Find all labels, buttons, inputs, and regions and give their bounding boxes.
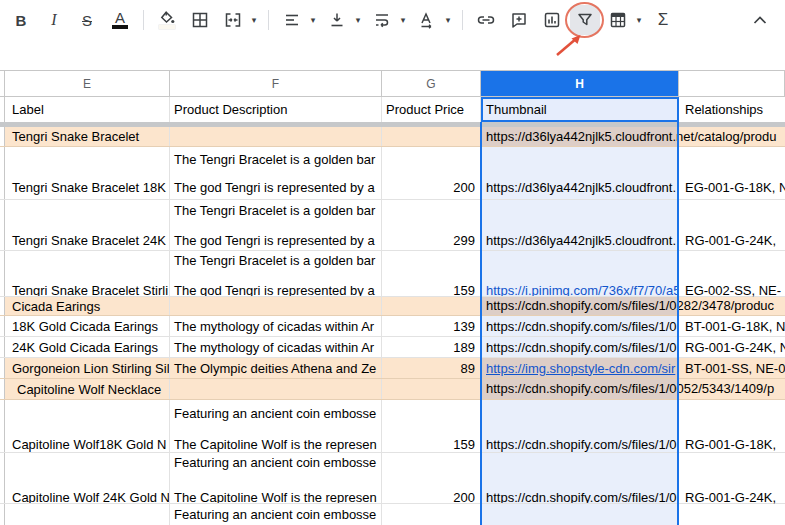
thumbnail-url: https://d36lya442njlk5.cloudfront. [486,234,676,248]
text-wrap-icon[interactable] [367,5,397,35]
cell-relationships-row11[interactable]: RG-001-G-18K, [679,400,785,452]
strikethrough-icon[interactable]: S [72,5,102,35]
cell-relationships-row3[interactable]: EG-001-G-18K, N [679,147,785,199]
table-caret-icon[interactable]: ▾ [633,15,645,25]
insert-chart-icon[interactable] [537,5,567,35]
cell-label-row12[interactable]: Capitoline Wolf 24K Gold N [5,453,170,503]
cell-label-header[interactable]: Label [5,97,170,122]
cell-price-row6[interactable] [382,297,481,315]
cell-relationships-row9[interactable]: BT-001-SS, NE-0 [679,358,785,378]
cell-description-row9[interactable]: The Olympic deities Athena and Ze [170,358,382,378]
cell-price-row2[interactable] [382,127,481,146]
cell-thumbnail-row9[interactable]: https://img.shopstyle-cdn.com/sir [481,358,679,378]
cell-label-row6[interactable]: Cicada Earings [5,297,170,315]
cell-relationships-row5[interactable]: EG-002-SS, NE- [679,251,785,296]
merge-cells-icon[interactable] [218,5,248,35]
column-header-H[interactable]: H [481,71,679,96]
cell-description-row11[interactable]: Featuring an ancient coin embosseThe Cap… [170,400,382,452]
cell-thumbnail-row10[interactable]: https://cdn.shopify.com/s/files/1/0052/5… [481,379,679,399]
text-rotation-icon[interactable] [412,5,442,35]
vertical-align-caret-icon[interactable]: ▾ [352,15,364,25]
cell-relationships-row8[interactable]: RG-001-G-24K, N [679,337,785,357]
cell-label-row13[interactable] [5,504,170,525]
cell-price-row8[interactable]: 189 [382,337,481,357]
cell-description-row4[interactable]: The Tengri Bracelet is a golden barThe g… [170,200,382,250]
text-rotation-caret-icon[interactable]: ▾ [442,15,454,25]
cell-price-row5[interactable]: 159 [382,251,481,296]
functions-sigma-icon[interactable]: Σ [648,5,678,35]
cell-price-header[interactable]: Product Price [382,97,481,122]
cell-thumbnail-row12[interactable]: https://cdn.shopify.com/s/files/1/0 [481,453,679,503]
cell-price-row12[interactable]: 200 [382,453,481,503]
table-icon[interactable] [603,5,633,35]
cell-thumbnail-row8[interactable]: https://cdn.shopify.com/s/files/1/0 [481,337,679,357]
cell-label-row3[interactable]: Tengri Snake Bracelet 18K [5,147,170,199]
borders-icon[interactable] [185,5,215,35]
cell-label-row7[interactable]: 18K Gold Cicada Earings [5,316,170,336]
column-header-G[interactable]: G [382,71,481,96]
cell-relationships-row4[interactable]: RG-001-G-24K, [679,200,785,250]
text-color-swatch [112,25,128,29]
cell-label-row11[interactable]: Capitoline Wolf18K Gold N [5,400,170,452]
cell-price-row13[interactable] [382,504,481,525]
italic-icon[interactable]: I [39,5,69,35]
cell-description-row6[interactable] [170,297,382,315]
column-header-E[interactable]: E [5,71,170,96]
cell-label-row5[interactable]: Tengri Snake Bracelet Stirli [5,251,170,296]
relationships-text: RG-001-G-24K, N [679,340,785,355]
cell-description-header[interactable]: Product Description [170,97,382,122]
cell-thumbnail-row6[interactable]: https://cdn.shopify.com/s/files/1/0282/3… [481,297,679,315]
selected-column-left-border [480,122,482,525]
cell-thumbnail-row4[interactable]: https://d36lya442njlk5.cloudfront. [481,200,679,250]
text-color-letter: A [115,11,125,24]
thumbnail-url[interactable]: https://img.shopstyle-cdn.com/sir [481,361,675,376]
cell-label-row9[interactable]: Gorgoneion Lion Stirling Sil [5,358,170,378]
cell-thumbnail-header[interactable]: Thumbnail [481,97,679,122]
cell-description-row12[interactable]: Featuring an ancient coin embosseThe Cap… [170,453,382,503]
fill-color-icon[interactable] [152,5,182,35]
thumbnail-url: https://cdn.shopify.com/s/files/1/0 [481,340,677,355]
vertical-align-icon[interactable] [322,5,352,35]
cell-label-row8[interactable]: 24K Gold Cicada Earings [5,337,170,357]
cell-label-row10[interactable]: Capitoline Wolf Necklace [5,379,170,399]
cell-thumbnail-row13[interactable] [481,504,679,525]
horizontal-align-caret-icon[interactable]: ▾ [307,15,319,25]
cell-price-row4[interactable]: 299 [382,200,481,250]
insert-link-icon[interactable] [471,5,501,35]
cell-thumbnail-row5[interactable]: https://i.pinimg.com/736x/f7/70/a5 [481,251,679,296]
filter-icon[interactable] [570,5,600,35]
cell-price-row7[interactable]: 139 [382,316,481,336]
merge-cells-caret-icon[interactable]: ▾ [248,15,260,25]
thumbnail-url[interactable]: https://i.pinimg.com/736x/f7/70/a5 [486,284,679,296]
price-text: 89 [461,361,480,376]
cell-label-row4[interactable]: Tengri Snake Bracelet 24K [5,200,170,250]
cell-relationships-row7[interactable]: BT-001-G-18K, N [679,316,785,336]
cell-thumbnail-row11[interactable]: https://cdn.shopify.com/s/files/1/0 [481,400,679,452]
cell-description-row2[interactable] [170,127,382,146]
cell-price-row3[interactable]: 200 [382,147,481,199]
cell-description-row5[interactable]: The Tengri Bracelet is a golden barThe g… [170,251,382,296]
column-header-offscreen[interactable] [679,71,785,96]
cell-relationships-row12[interactable]: RG-001-G-24K, [679,453,785,503]
column-header-F[interactable]: F [170,71,382,96]
text-wrap-caret-icon[interactable]: ▾ [397,15,409,25]
cell-description-row7[interactable]: The mythology of cicadas within Ar [170,316,382,336]
cell-description-row13[interactable]: Featuring an ancient coin embosse [170,504,382,525]
cell-description-row8[interactable]: The mythology of cicadas within Ar [170,337,382,357]
horizontal-align-icon[interactable] [277,5,307,35]
cell-thumbnail-row7[interactable]: https://cdn.shopify.com/s/files/1/0 [481,316,679,336]
text-color-icon[interactable]: A [105,5,135,35]
cell-price-row9[interactable]: 89 [382,358,481,378]
collapse-toolbar-icon[interactable] [745,5,775,35]
cell-label-row2[interactable]: Tengri Snake Bracelet [5,127,170,146]
cell-thumbnail-row2[interactable]: https://d36lya442njlk5.cloudfront.net/ca… [481,127,679,146]
cell-description-row10[interactable] [170,379,382,399]
insert-comment-icon[interactable] [504,5,534,35]
cell-description-row3[interactable]: The Tengri Bracelet is a golden barThe g… [170,147,382,199]
cell-relationships-header[interactable]: Relationships [679,97,785,122]
cell-price-row10[interactable] [382,379,481,399]
cell-thumbnail-row3[interactable]: https://d36lya442njlk5.cloudfront. [481,147,679,199]
cell-relationships-row13[interactable] [679,504,785,525]
bold-icon[interactable]: B [6,5,36,35]
cell-price-row11[interactable]: 159 [382,400,481,452]
